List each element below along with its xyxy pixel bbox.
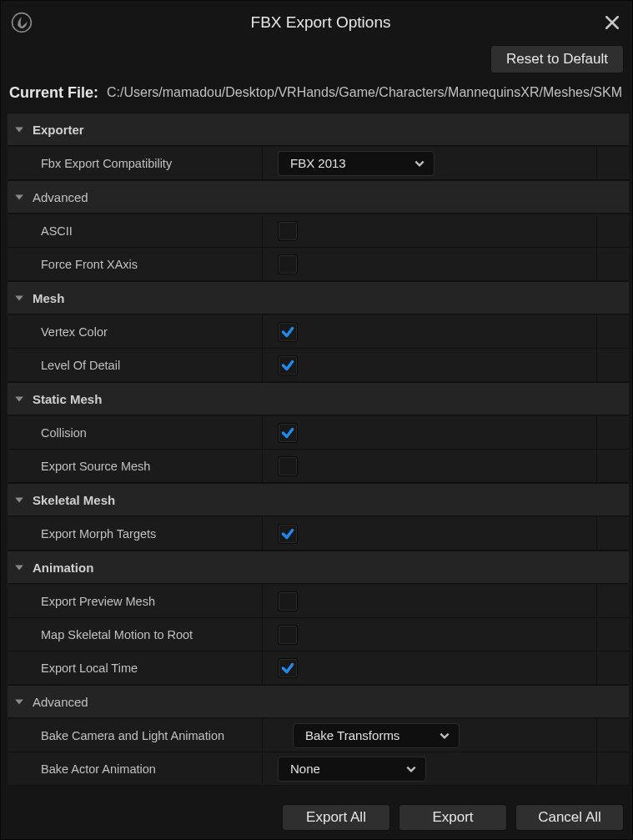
select-bake-cam-light[interactable]: Bake Transforms [293,723,460,748]
row-export-preview-mesh: Export Preview Mesh [8,585,629,618]
close-icon [605,15,620,30]
titlebar: FBX Export Options [1,1,632,44]
checkbox-export-preview-mesh[interactable] [278,591,298,611]
section-animation[interactable]: Animation [8,551,629,584]
caret-down-icon [14,495,24,505]
chevron-down-icon [439,730,450,742]
caret-down-icon [14,394,24,404]
svg-point-0 [13,13,32,33]
caret-down-icon [14,562,24,572]
select-bake-actor-value: None [290,762,320,776]
row-vertex-color: Vertex Color [8,315,629,349]
row-bake-cam-light: Bake Camera and Light Animation Bake Tra… [8,719,629,752]
checkbox-lod[interactable] [278,355,298,375]
row-bake-actor: Bake Actor Animation None [8,752,629,786]
close-button[interactable] [602,13,622,33]
section-mesh-label: Mesh [33,291,64,305]
window-title: FBX Export Options [39,13,602,32]
row-fbx-compat: Fbx Export Compatibility FBX 2013 [8,147,629,180]
chevron-down-icon [414,158,425,169]
row-collision: Collision [8,416,629,450]
label-export-source-mesh: Export Source Mesh [8,450,263,482]
section-advanced-exporter-label: Advanced [33,190,88,204]
unreal-logo-icon [11,12,33,33]
section-advanced-animation[interactable]: Advanced [8,685,629,718]
checkbox-export-local-time[interactable] [278,658,298,678]
fbx-export-window: FBX Export Options Reset to Default Curr… [0,0,633,840]
select-bake-actor[interactable]: None [278,757,426,782]
label-collision: Collision [8,416,263,449]
label-fbx-compat: Fbx Export Compatibility [8,147,263,179]
label-bake-cam-light: Bake Camera and Light Animation [8,719,263,752]
section-advanced-animation-label: Advanced [33,695,88,709]
caret-down-icon [14,293,24,303]
row-force-front-x: Force Front XAxis [8,248,629,281]
select-fbx-compat[interactable]: FBX 2013 [278,151,435,176]
checkbox-export-morph[interactable] [278,524,298,544]
toolbar-row: Reset to Default [1,44,632,78]
section-mesh[interactable]: Mesh [8,281,629,314]
reset-to-default-button[interactable]: Reset to Default [490,45,624,73]
properties-panel[interactable]: Exporter Fbx Export Compatibility FBX 20… [1,108,632,801]
label-force-front-x: Force Front XAxis [8,248,263,280]
label-bake-actor: Bake Actor Animation [8,752,263,785]
label-export-local-time: Export Local Time [8,651,263,684]
select-fbx-compat-value: FBX 2013 [290,156,346,170]
footer: Export All Export Cancel All [1,801,632,839]
section-animation-label: Animation [33,561,93,575]
chevron-down-icon [405,763,417,775]
current-file-row: Current File: C:/Users/mamadou/Desktop/V… [1,78,632,108]
row-lod: Level Of Detail [8,349,629,382]
row-map-skel-root: Map Skeletal Motion to Root [8,618,629,651]
label-ascii: ASCII [8,214,263,247]
checkbox-map-skel-root[interactable] [278,625,298,645]
current-file-path: C:/Users/mamadou/Desktop/VRHands/Game/Ch… [107,85,622,100]
caret-down-icon [14,697,24,707]
caret-down-icon [14,124,24,134]
checkbox-vertex-color[interactable] [278,322,298,342]
cancel-all-button[interactable]: Cancel All [515,804,624,831]
section-advanced-exporter[interactable]: Advanced [8,180,629,214]
checkbox-collision[interactable] [278,423,298,443]
label-vertex-color: Vertex Color [8,315,263,348]
row-ascii: ASCII [8,214,629,248]
section-static-mesh-label: Static Mesh [33,392,102,406]
export-all-button[interactable]: Export All [282,804,390,831]
checkbox-force-front-x[interactable] [278,254,298,274]
section-skeletal-mesh-label: Skeletal Mesh [33,493,115,507]
caret-down-icon [14,192,24,202]
label-export-morph: Export Morph Targets [8,517,263,550]
export-button[interactable]: Export [399,804,507,831]
section-skeletal-mesh[interactable]: Skeletal Mesh [8,483,629,516]
section-exporter[interactable]: Exporter [8,113,629,146]
label-map-skel-root: Map Skeletal Motion to Root [8,618,263,651]
section-static-mesh[interactable]: Static Mesh [8,382,629,415]
row-export-source-mesh: Export Source Mesh [8,450,629,483]
select-bake-cam-light-value: Bake Transforms [305,728,399,742]
checkbox-export-source-mesh[interactable] [278,456,298,476]
label-lod: Level Of Detail [8,349,263,381]
row-export-local-time: Export Local Time [8,651,629,685]
current-file-label: Current File: [9,84,98,102]
section-exporter-label: Exporter [33,123,84,137]
row-export-morph: Export Morph Targets [8,517,629,551]
checkbox-ascii[interactable] [278,221,298,241]
label-export-preview-mesh: Export Preview Mesh [8,585,263,617]
